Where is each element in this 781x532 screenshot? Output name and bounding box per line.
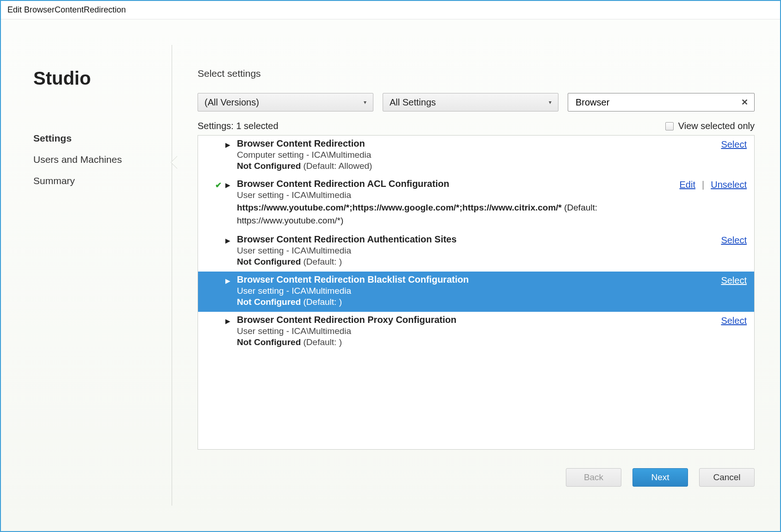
row-actions: Select [721, 138, 747, 171]
back-button[interactable]: Back [566, 468, 621, 487]
view-selected-only-toggle[interactable]: View selected only [665, 121, 755, 131]
row-content: Browser Content Redirection Authenticati… [230, 234, 721, 267]
setting-title: Browser Content Redirection ACL Configur… [237, 179, 680, 189]
select-link[interactable]: Select [721, 275, 747, 286]
sidebar-item-label: Users and Machines [33, 154, 122, 165]
expand-icon[interactable]: ▶ [225, 140, 230, 171]
sidebar: Studio Settings Users and Machines Summa… [1, 19, 172, 531]
row-gutter: ▶ [203, 234, 230, 267]
setting-value: https://www.youtube.com/*;https://www.go… [237, 201, 653, 227]
brand-title: Studio [33, 68, 154, 89]
expand-icon[interactable]: ▶ [225, 316, 230, 347]
row-content: Browser Content Redirection ACL Configur… [230, 179, 680, 227]
setting-detail: User setting - ICA\Multimedia [237, 326, 721, 336]
clear-search-icon[interactable]: ✕ [739, 97, 750, 107]
setting-detail: User setting - ICA\Multimedia [237, 190, 680, 200]
status-norm: (Default: ) [301, 337, 342, 347]
setting-detail: Computer setting - ICA\Multimedia [237, 150, 721, 160]
window-title: Edit BrowserContentRedirection [7, 5, 126, 15]
wizard-steps: Settings Users and Machines Summary [33, 133, 154, 186]
row-content: Browser Content Redirection Proxy Config… [230, 315, 721, 347]
chevron-down-icon: ▾ [549, 99, 552, 105]
search-input[interactable] [575, 97, 739, 108]
expand-icon[interactable]: ▶ [225, 180, 230, 227]
setting-detail: User setting - ICA\Multimedia [237, 246, 721, 256]
setting-row[interactable]: ▶ Browser Content Redirection Blacklist … [198, 272, 754, 312]
row-gutter: ▶ [203, 138, 230, 171]
checkmark-icon: ✔ [215, 180, 222, 227]
row-gutter: ▶ [203, 274, 230, 307]
row-actions: Select [721, 234, 747, 267]
next-button[interactable]: Next [632, 468, 688, 487]
setting-title: Browser Content Redirection Authenticati… [237, 234, 721, 245]
dialog-body: Studio Settings Users and Machines Summa… [1, 19, 780, 531]
status-bold: Not Configured [237, 257, 301, 266]
filter-row: (All Versions) ▾ All Settings ▾ ✕ [198, 93, 755, 111]
sidebar-divider [172, 45, 172, 506]
row-gutter: ✔ ▶ [203, 179, 230, 227]
versions-value: (All Versions) [205, 97, 259, 108]
checkbox-icon [665, 122, 674, 130]
footer-buttons: Back Next Cancel [198, 468, 755, 487]
expand-icon[interactable]: ▶ [225, 236, 230, 267]
step-pointer-icon [171, 156, 178, 169]
status-bold: Not Configured [237, 161, 301, 171]
sidebar-item-summary[interactable]: Summary [33, 175, 154, 186]
count-value: 1 selected [236, 121, 278, 131]
settings-count: Settings: 1 selected [198, 121, 279, 131]
setting-title: Browser Content Redirection Blacklist Co… [237, 274, 721, 285]
setting-row[interactable]: ▶ Browser Content Redirection Authentica… [198, 231, 754, 272]
count-row: Settings: 1 selected View selected only [198, 121, 755, 131]
unselect-link[interactable]: Unselect [711, 179, 747, 190]
row-gutter: ▶ [203, 315, 230, 347]
settings-list: ▶ Browser Content Redirection Computer s… [198, 135, 755, 450]
expand-icon[interactable]: ▶ [225, 276, 230, 307]
status-bold: Not Configured [237, 297, 301, 307]
value-bold: https://www.youtube.com/*;https://www.go… [237, 203, 562, 212]
chevron-down-icon: ▾ [364, 99, 366, 105]
setting-row[interactable]: ▶ Browser Content Redirection Proxy Conf… [198, 312, 754, 352]
select-link[interactable]: Select [721, 315, 747, 326]
row-content: Browser Content Redirection Computer set… [230, 138, 721, 171]
action-separator: | [702, 179, 704, 190]
dialog-window: Edit BrowserContentRedirection Studio Se… [0, 0, 781, 532]
status-norm: (Default: ) [301, 257, 342, 266]
edit-link[interactable]: Edit [680, 179, 695, 190]
setting-status: Not Configured (Default: ) [237, 337, 721, 347]
setting-row[interactable]: ✔ ▶ Browser Content Redirection ACL Conf… [198, 176, 754, 231]
sidebar-item-settings[interactable]: Settings [33, 133, 154, 144]
row-actions: Select [721, 274, 747, 307]
setting-title: Browser Content Redirection Proxy Config… [237, 315, 721, 325]
setting-row[interactable]: ▶ Browser Content Redirection Computer s… [198, 136, 754, 176]
setting-title: Browser Content Redirection [237, 138, 721, 149]
status-bold: Not Configured [237, 337, 301, 347]
setting-status: Not Configured (Default: ) [237, 257, 721, 267]
setting-status: Not Configured (Default: ) [237, 297, 721, 307]
status-norm: (Default: Allowed) [301, 161, 372, 171]
row-actions: Edit | Unselect [680, 179, 747, 227]
titlebar: Edit BrowserContentRedirection [1, 1, 780, 19]
count-label: Settings: [198, 121, 234, 131]
setting-status: Not Configured (Default: Allowed) [237, 161, 721, 171]
sidebar-item-label: Settings [33, 133, 72, 143]
select-link[interactable]: Select [721, 139, 747, 150]
view-selected-only-label: View selected only [678, 121, 755, 131]
row-actions: Select [721, 315, 747, 347]
sidebar-item-label: Summary [33, 175, 75, 186]
setting-detail: User setting - ICA\Multimedia [237, 286, 721, 296]
versions-dropdown[interactable]: (All Versions) ▾ [198, 93, 373, 111]
row-content: Browser Content Redirection Blacklist Co… [230, 274, 721, 307]
sidebar-item-users-machines[interactable]: Users and Machines [33, 154, 154, 165]
status-norm: (Default: ) [301, 297, 342, 307]
search-box[interactable]: ✕ [568, 93, 755, 111]
scope-dropdown[interactable]: All Settings ▾ [383, 93, 558, 111]
cancel-button[interactable]: Cancel [699, 468, 755, 487]
scope-value: All Settings [390, 97, 436, 108]
main-panel: Select settings (All Versions) ▾ All Set… [172, 19, 780, 531]
page-heading: Select settings [198, 68, 755, 79]
select-link[interactable]: Select [721, 235, 747, 246]
